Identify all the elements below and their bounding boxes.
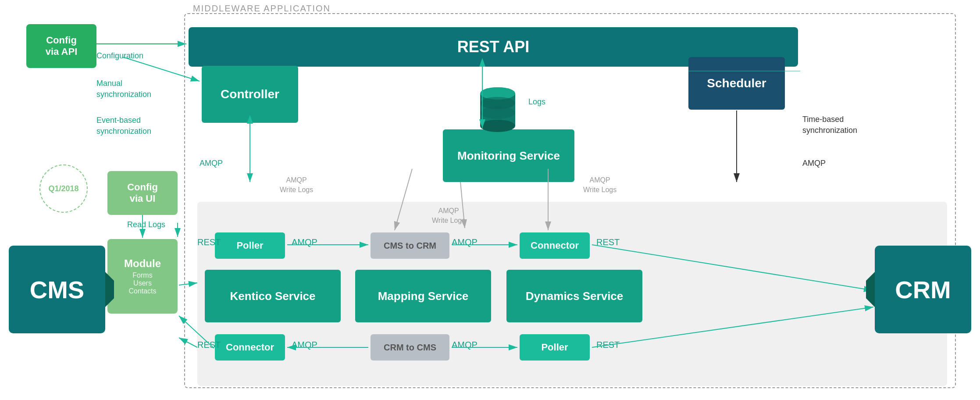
database-icon bbox=[478, 86, 517, 134]
kentico-service-box: Kentico Service bbox=[205, 270, 341, 322]
rest-right-bottom-label: REST bbox=[596, 339, 620, 351]
config-api-box: Config via API bbox=[26, 24, 96, 68]
dynamics-service-box: Dynamics Service bbox=[506, 270, 642, 322]
amqp-top-1: AMQP bbox=[292, 236, 317, 248]
rest-left-bottom-label: REST bbox=[197, 339, 221, 351]
amqp-bottom-2: AMQP bbox=[452, 339, 478, 351]
middleware-label: MIDDLEWARE APPLICATION bbox=[193, 4, 331, 14]
cms-box: CMS bbox=[9, 246, 105, 333]
rest-left-top-label: REST bbox=[197, 236, 221, 248]
amqp-write-logs-left-label: AMQP Write Logs bbox=[280, 175, 313, 195]
amqp-top-2: AMQP bbox=[452, 236, 478, 248]
poller-left-box: Poller bbox=[215, 232, 285, 259]
logs-label: Logs bbox=[528, 96, 545, 107]
poller-right-box: Poller bbox=[520, 334, 590, 361]
event-sync-label: Event-based synchronization bbox=[96, 115, 151, 137]
amqp-write-logs-right-label: AMQP Write Logs bbox=[583, 175, 617, 195]
crm-box: CRM bbox=[875, 246, 971, 333]
connector-bottom-left-box: Connector bbox=[215, 334, 285, 361]
q1-circle: Q1/2018 bbox=[39, 164, 88, 213]
mapping-service-box: Mapping Service bbox=[355, 270, 491, 322]
amqp-bottom-1: AMQP bbox=[292, 339, 317, 351]
rest-right-top-label: REST bbox=[596, 236, 620, 248]
monitoring-service-box: Monitoring Service bbox=[443, 129, 574, 182]
time-amqp-label: AMQP bbox=[802, 158, 826, 169]
controller-box: Controller bbox=[202, 66, 298, 123]
crm-to-cms-box: CRM to CMS bbox=[371, 334, 449, 361]
module-box: Module Forms Users Contacts bbox=[107, 239, 178, 314]
config-ui-box: Config via UI bbox=[107, 171, 178, 215]
diagram-container: MIDDLEWARE APPLICATION REST API Controll… bbox=[0, 0, 980, 400]
cms-to-crm-box: CMS to CRM bbox=[371, 232, 449, 259]
svg-point-2 bbox=[480, 120, 515, 132]
connector-right-box: Connector bbox=[520, 232, 590, 259]
svg-point-5 bbox=[480, 107, 515, 119]
amqp-write-logs-center-label: AMQP Write Logs bbox=[432, 206, 465, 226]
configuration-label: Configuration bbox=[96, 50, 143, 61]
manual-sync-label: Manual synchronization bbox=[96, 78, 151, 100]
time-sync-label: Time-based synchronization bbox=[802, 114, 857, 136]
amqp-left-label: AMQP bbox=[200, 158, 223, 169]
read-logs-label: Read Logs bbox=[127, 219, 165, 230]
scheduler-box: Scheduler bbox=[688, 57, 785, 110]
